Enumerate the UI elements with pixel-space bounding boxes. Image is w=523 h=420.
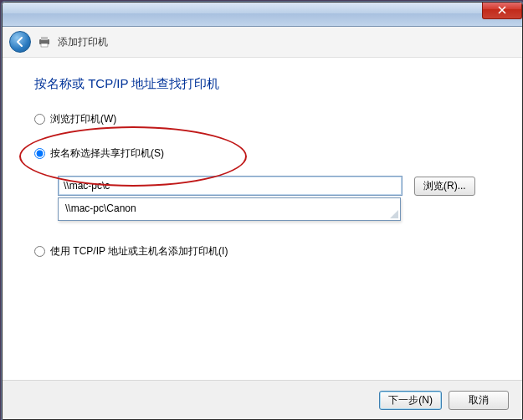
radio-by-name[interactable]: [34, 148, 45, 159]
back-arrow-icon: [14, 36, 26, 48]
browse-button[interactable]: 浏览(R)...: [414, 177, 475, 196]
option-by-name[interactable]: 按名称选择共享打印机(S): [34, 146, 490, 161]
content-area: 按名称或 TCP/IP 地址查找打印机 浏览打印机(W) 按名称选择共享打印机(…: [3, 58, 522, 259]
autocomplete-dropdown: \\mac-pc\Canon: [58, 197, 401, 221]
svg-rect-1: [41, 37, 48, 40]
option-browse-printers[interactable]: 浏览打印机(W): [34, 112, 490, 126]
next-button[interactable]: 下一步(N): [379, 391, 442, 410]
dialog-window: 添加打印机 按名称或 TCP/IP 地址查找打印机 浏览打印机(W) 按名称选择…: [2, 2, 523, 420]
page-heading: 按名称或 TCP/IP 地址查找打印机: [34, 76, 490, 92]
wizard-footer: 下一步(N) 取消: [3, 380, 522, 419]
radio-browse[interactable]: [34, 114, 45, 125]
option-by-ip-label: 使用 TCP/IP 地址或主机名添加打印机(I): [50, 244, 228, 259]
printer-icon: [38, 35, 51, 49]
radio-by-ip[interactable]: [34, 246, 45, 257]
cancel-button[interactable]: 取消: [449, 391, 509, 410]
close-icon: [498, 6, 506, 14]
option-by-ip[interactable]: 使用 TCP/IP 地址或主机名添加打印机(I): [34, 244, 490, 259]
wizard-header: 添加打印机: [3, 27, 522, 58]
option-by-name-label: 按名称选择共享打印机(S): [50, 146, 164, 161]
printer-path-input[interactable]: [58, 176, 403, 196]
option-browse-label: 浏览打印机(W): [50, 112, 116, 126]
wizard-body: 按名称或 TCP/IP 地址查找打印机 浏览打印机(W) 按名称选择共享打印机(…: [3, 57, 522, 379]
back-button[interactable]: [9, 31, 31, 53]
autocomplete-item[interactable]: \\mac-pc\Canon: [59, 198, 400, 218]
close-button[interactable]: [482, 2, 522, 19]
svg-rect-2: [41, 44, 48, 47]
titlebar: [3, 3, 522, 27]
resize-grip-icon[interactable]: [388, 208, 398, 218]
name-input-row: 浏览(R)...: [58, 176, 490, 196]
header-title: 添加打印机: [58, 35, 108, 49]
